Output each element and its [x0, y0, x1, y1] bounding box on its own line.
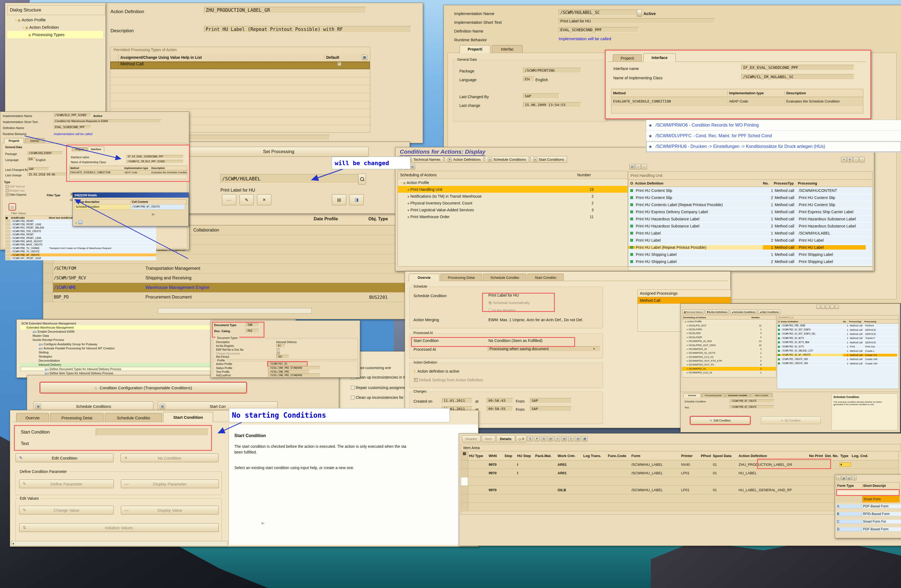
int-no-field[interactable]: 01 — [276, 344, 285, 348]
action-definition-row[interactable]: Print HU Contents Label (Repeat Printout… — [628, 201, 872, 208]
filter-value-row[interactable]: /SCWM/SPC_PRINT_SOAP — [5, 257, 156, 260]
find-next-icon[interactable]: ⌕ — [642, 164, 647, 170]
tab-overview[interactable]: Overvie — [16, 413, 49, 422]
item-row[interactable] — [461, 494, 898, 503]
details-row[interactable]: Schedule Condition /SCWM/PRD_WT_CREATE — [74, 204, 187, 209]
implementation-name-field[interactable]: /SCWM/HULABEL_SC — [559, 9, 639, 16]
col-spool-data[interactable]: Spool Data — [712, 454, 738, 458]
fldcontprof-field[interactable]: /SCDL/INB_PRD_STANDARD — [268, 373, 321, 377]
form-type-row[interactable]: BRFID-Based Form — [836, 510, 899, 518]
col-number[interactable]: Number — [577, 173, 602, 177]
layout-icon[interactable]: ▦ — [582, 436, 588, 442]
header-button[interactable]: Header — [462, 435, 481, 442]
definition-name-field[interactable]: EVAL_SCHEDCOND_PPF — [559, 27, 639, 33]
mini-action-row[interactable]: /SCWM/PDI_CREATE_VEH2Method callCreate V… — [777, 362, 898, 366]
filter-value-row[interactable]: /SCWM/PRD_WT_CREATE — [5, 254, 156, 257]
icon[interactable]: ? — [852, 476, 856, 480]
form-filter-row-redbox[interactable] — [836, 489, 899, 496]
tab-overview[interactable]: Overvie — [409, 274, 440, 281]
form-type-row[interactable]: CSmart Form For — [836, 518, 899, 526]
col-form[interactable]: Form — [631, 454, 680, 458]
definition-name-field[interactable]: EVAL_SCHEDCOND_PPF — [54, 126, 91, 129]
implementation-name-field[interactable]: /SCWM/DLV_PPF_SCHED — [54, 114, 91, 117]
col-work-cntr[interactable]: Work Cntr. — [557, 454, 583, 458]
short-text-field[interactable]: Condition for Warehouse Requests in EWM — [54, 120, 161, 123]
tab-processing-details[interactable]: Processing Detai — [701, 393, 725, 397]
mini-tree-row[interactable]: /SCWM/FDO_013 — [682, 347, 776, 351]
up-icon[interactable]: ↑ — [853, 157, 859, 162]
action-profile-field[interactable]: /SCWM/PDI_01 — [268, 362, 307, 366]
schedule-conditions-button[interactable]: ▲ Schedule Conditions — [485, 156, 529, 163]
sort-icon[interactable]: ⇅ — [527, 436, 533, 442]
empty-row[interactable] — [110, 101, 370, 109]
col-assignment[interactable]: Assignment/Change Using Value Help in Li… — [118, 55, 324, 59]
dialog-tree-item[interactable]: Action Profile — [8, 16, 103, 23]
col-processing[interactable]: Processing — [798, 181, 866, 185]
refresh-icon[interactable]: ↻ — [568, 436, 574, 442]
col-impl-type[interactable]: Implementation type — [728, 91, 785, 95]
col-log-cnd[interactable]: Log. Cnd. — [851, 454, 871, 458]
multiple-use-checkbox[interactable] — [6, 189, 9, 192]
default-checkbox[interactable] — [337, 62, 341, 66]
cleanup-checkbox-3[interactable] — [351, 395, 355, 400]
hscrollbar[interactable]: ◂ — [11, 541, 228, 546]
icon[interactable]: ▤ — [846, 476, 851, 480]
mini-action-row[interactable]: /SCWM/PDI_01_BIF_DINFO_DEL1Method callSE… — [777, 332, 898, 336]
start-condition-field[interactable] — [96, 429, 208, 436]
document-type-field[interactable]: INB — [246, 323, 259, 327]
col-schdlcndtn[interactable]: SchdlCndtn — [11, 216, 49, 219]
filter-values-icon[interactable]: ◫ — [9, 204, 16, 210]
language-code-field[interactable]: EN — [523, 76, 535, 82]
radio-schedule-auto[interactable]: Schedule Automatically — [488, 301, 530, 305]
item-row[interactable]: 9970GILB/SCWM/HU_LABELLP0101HU_LABEL_GEN… — [461, 486, 898, 494]
mini-action-row[interactable]: /SCWM/MSG_PRD_SEND1Method callPerform — [777, 324, 898, 328]
filter-icon[interactable]: ▼ — [534, 436, 539, 442]
col-method[interactable]: Method — [611, 91, 728, 95]
action-definitions-button[interactable]: ❖ Action Definitions — [705, 310, 729, 314]
item-row[interactable] — [461, 477, 898, 486]
details-button[interactable]: Details — [496, 435, 515, 442]
matchcode-icon[interactable] — [637, 9, 642, 17]
tab-properties[interactable]: Properti — [613, 54, 642, 62]
export-icon[interactable]: ▤ — [575, 436, 580, 442]
icon[interactable] — [826, 305, 829, 309]
tab-properties[interactable]: Properti — [460, 45, 490, 53]
tab-interface[interactable]: Interface — [644, 53, 676, 62]
description-field[interactable]: Print HU Label (Repeat Printout Possible… — [204, 26, 411, 33]
object-type-row[interactable]: /SCTM/FOMTransportation Management — [43, 264, 410, 273]
tab-start-condition[interactable]: Start Conditio — [751, 393, 773, 397]
details-popup-titlebar[interactable]: S4I(2)/100 Details — [73, 193, 189, 198]
start-conditions-button[interactable]: ▲ Start Conditions — [530, 156, 567, 163]
search-icon[interactable] — [358, 174, 366, 185]
text-profile-field[interactable]: /SCDL/INB_PRD — [268, 370, 310, 374]
initialize-values-button[interactable]: ⇅Initialize Values — [19, 523, 219, 532]
default-settings-checkbox[interactable] — [414, 378, 418, 382]
status-profile-field[interactable]: /SCDL/INB_PRD_STANDARD — [268, 366, 321, 370]
favorite-link[interactable]: /SCWM/DLVPPFC - Cond. Rec. Maint. for PP… — [646, 131, 901, 142]
scheduling-tree-row[interactable]: Print Logistical Value-Added Services3 — [398, 206, 628, 213]
scroll-left-icon[interactable]: ◂ — [11, 542, 14, 545]
col-default[interactable]: Default — [324, 55, 358, 59]
mini-tree-row[interactable]: /SCDL/FD_OUT11 — [682, 324, 776, 327]
tab-processing-details[interactable]: Processing Detai — [441, 274, 482, 281]
copy-icon[interactable]: ⧉ — [847, 157, 853, 162]
delete-icon-button[interactable]: ✕ — [257, 194, 271, 205]
mini-tree-row[interactable]: /SCWM/FDO_OUT_PC9 — [682, 363, 776, 367]
implementing-class-field[interactable]: /SCWM/CL_IM_DLV_PPF_SCHED — [126, 160, 184, 163]
filter-value-row[interactable]: /SCWM/PDO_PRINT — [5, 233, 156, 236]
mini-action-row[interactable]: /SCWM/PDI_01_OCTS1PrintPrint Out — [777, 345, 898, 349]
col-description[interactable]: Description — [785, 91, 863, 95]
action-definition-row[interactable]: Print HU Express Delivery Company Label1… — [628, 208, 872, 215]
erp-ref-checkbox[interactable] — [277, 348, 280, 351]
col-processtyp[interactable]: ProcessTyp — [774, 181, 798, 185]
implementing-class-field[interactable]: /SCWM/CL_IM_HULABEL_SC — [741, 74, 854, 79]
ret-period-field[interactable]: 365 — [276, 355, 289, 359]
scheduling-tree-row[interactable]: Notifications (to TM) in Transit Warehou… — [398, 193, 628, 199]
confirm-icon[interactable]: ✓ — [836, 476, 841, 480]
method-call-row[interactable]: Method Call — [110, 62, 370, 70]
text-field[interactable]: /SCWM/PRD_WT_CREATE — [730, 405, 774, 409]
icon[interactable] — [821, 305, 825, 309]
package-field[interactable]: /SCWM/PRINTING — [523, 68, 581, 73]
tab-schedule-condition[interactable]: Schedule Conditio — [725, 393, 750, 397]
filter-value-row[interactable]: /SCWM/PRD_TU_CREATE — [5, 250, 156, 254]
